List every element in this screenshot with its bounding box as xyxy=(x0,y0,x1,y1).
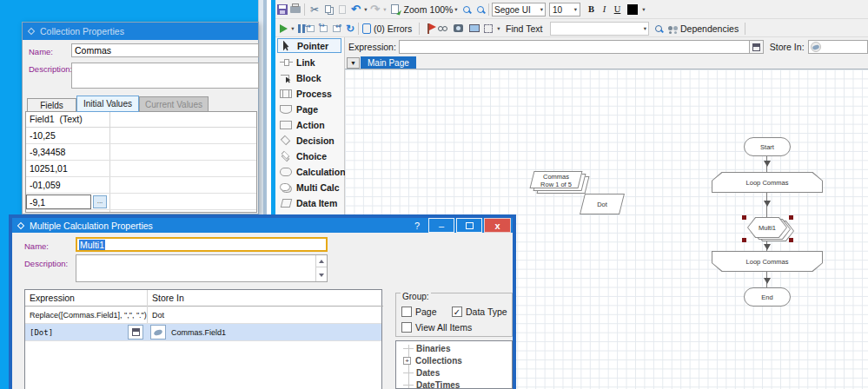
search-camera-icon[interactable] xyxy=(452,21,465,36)
tool-multi-calc[interactable]: Multi Calc xyxy=(277,180,341,194)
tree-item-datetimes[interactable]: DateTimes xyxy=(403,380,460,389)
font-color-swatch[interactable] xyxy=(626,2,639,16)
step-in-icon[interactable]: ↪ xyxy=(304,21,316,36)
column-header[interactable]: Field1 (Text) xyxy=(26,112,256,128)
screen-icon[interactable] xyxy=(467,21,480,36)
font-size-select[interactable]: 10▾ xyxy=(549,3,580,16)
description-input[interactable] xyxy=(76,254,328,282)
bold-button[interactable]: B xyxy=(586,2,597,16)
tool-calculation[interactable]: Calculation xyxy=(277,164,341,179)
row-calc-button[interactable] xyxy=(128,325,143,340)
people-icon[interactable] xyxy=(666,21,679,36)
store-in-column-header[interactable]: Store In xyxy=(148,290,383,307)
name-input[interactable]: Multi1 xyxy=(76,237,328,252)
flow-end-node[interactable]: End xyxy=(744,287,791,307)
underline-button[interactable]: U xyxy=(612,2,623,16)
checkbox-data-type[interactable]: ✓Data Type xyxy=(452,307,507,317)
tab-initial-values[interactable]: Initial Values xyxy=(76,96,139,112)
find-text-input[interactable]: ▾ xyxy=(550,22,649,36)
flow-loop-start-node[interactable]: Loop Commas xyxy=(712,172,823,193)
copy-icon[interactable] xyxy=(323,2,335,16)
tool-pointer[interactable]: Pointer xyxy=(277,38,341,53)
expression-column-header[interactable]: Expression xyxy=(25,290,147,307)
maximize-button[interactable] xyxy=(456,218,482,233)
cut-icon[interactable]: ✂ xyxy=(308,2,321,16)
selection-handle[interactable] xyxy=(789,215,793,220)
collection-dialog-titlebar[interactable]: Collection Properties xyxy=(23,23,258,40)
tree-item-collections[interactable]: +Collections xyxy=(403,356,462,366)
zoom-in-icon[interactable] xyxy=(460,2,473,16)
table-row[interactable]: -9,34458 xyxy=(26,144,256,161)
run-dropdown-icon[interactable]: ▾ xyxy=(289,21,296,36)
row-store-icon[interactable] xyxy=(150,325,166,340)
expression-input[interactable] xyxy=(399,40,750,54)
tool-choice[interactable]: Choice xyxy=(277,148,341,163)
table-row[interactable]: 10251,01 xyxy=(26,161,256,177)
name-input[interactable]: Commas xyxy=(71,43,259,57)
tab-current-values[interactable]: Current Values xyxy=(139,96,209,112)
selection-handle[interactable] xyxy=(789,238,793,242)
errors-label[interactable]: (0) Errors xyxy=(374,21,417,36)
zoom-value[interactable]: 100% xyxy=(429,2,454,16)
cell-browse-button[interactable]: ... xyxy=(93,195,107,208)
save-icon[interactable] xyxy=(276,2,288,16)
selection-icon[interactable] xyxy=(482,21,494,36)
tool-link[interactable]: Link xyxy=(277,55,341,69)
help-button[interactable]: ? xyxy=(410,218,424,233)
dependencies-label[interactable]: Dependencies xyxy=(680,21,741,36)
selection-handle[interactable] xyxy=(742,215,746,220)
paste-icon[interactable] xyxy=(336,2,348,16)
description-input[interactable] xyxy=(71,63,259,89)
tool-action[interactable]: Action xyxy=(277,117,341,132)
scroll-up-icon[interactable] xyxy=(316,255,327,267)
breakpoint-flag-icon[interactable] xyxy=(422,21,434,36)
flow-start-node[interactable]: Start xyxy=(744,137,791,156)
table-row-editing[interactable]: -9,1 ... xyxy=(26,194,256,210)
calc-row-selected[interactable]: [Dot] Commas.Field1 xyxy=(25,324,381,341)
zoom-out-icon[interactable] xyxy=(474,2,487,16)
expression-calc-button[interactable] xyxy=(750,40,764,54)
step-out-icon[interactable]: ↫ xyxy=(330,21,342,36)
find-next-icon[interactable] xyxy=(652,21,665,36)
selection-handle[interactable] xyxy=(742,238,746,242)
table-row[interactable]: -10,25 xyxy=(26,128,256,144)
print-icon[interactable] xyxy=(289,2,301,16)
zoom-dropdown-icon[interactable]: ▾ xyxy=(453,2,460,16)
undo-dropdown-icon[interactable]: ▾ xyxy=(362,2,369,16)
redo-icon[interactable]: ↷ xyxy=(369,2,381,16)
tab-fields[interactable]: Fields xyxy=(27,98,76,112)
page-list-dropdown[interactable]: ▼ xyxy=(347,57,360,69)
selection-dropdown-icon[interactable]: ▾ xyxy=(495,21,502,36)
italic-button[interactable]: I xyxy=(599,2,610,16)
flow-loop-end-node[interactable]: Loop Commas xyxy=(712,251,823,272)
close-button[interactable]: x xyxy=(484,218,511,233)
tree-item-binaries[interactable]: Binaries xyxy=(403,344,450,353)
tool-process[interactable]: Process xyxy=(277,86,341,101)
tool-data-item[interactable]: Data Item xyxy=(277,195,341,210)
scroll-down-icon[interactable] xyxy=(316,269,327,281)
tool-decision[interactable]: Decision xyxy=(277,133,341,148)
checkbox-view-all-items[interactable]: View All Items xyxy=(401,322,472,333)
redo-dropdown-icon[interactable]: ▾ xyxy=(381,2,388,16)
tree-item-dates[interactable]: Dates xyxy=(403,368,440,378)
tab-main-page[interactable]: Main Page xyxy=(361,56,416,69)
table-row[interactable]: -01,059 xyxy=(26,177,256,194)
cell-edit-input[interactable]: -9,1 xyxy=(26,194,91,209)
minimize-button[interactable]: – xyxy=(428,218,454,233)
font-name-select[interactable]: Segoe UI▾ xyxy=(492,3,546,16)
undo-icon[interactable]: ↶ xyxy=(350,2,361,16)
validate-icon[interactable] xyxy=(361,21,373,36)
font-color-dropdown-icon[interactable]: ▾ xyxy=(640,2,647,16)
tool-page[interactable]: Page xyxy=(277,102,341,116)
zoom-page-icon[interactable] xyxy=(388,2,401,16)
expand-icon[interactable]: + xyxy=(403,357,411,365)
store-in-input[interactable] xyxy=(808,40,868,54)
scrollbar[interactable] xyxy=(315,255,327,281)
run-icon[interactable] xyxy=(278,21,288,36)
restart-icon[interactable]: ↻ xyxy=(344,21,356,36)
checkbox-page[interactable]: Page xyxy=(401,307,437,317)
step-over-icon[interactable]: ↬ xyxy=(317,21,329,36)
tool-block[interactable]: Block xyxy=(277,70,341,85)
watch-icon[interactable] xyxy=(435,21,449,36)
calc-row[interactable]: Replace([Commas.Field1], ",", ".") Dot xyxy=(25,307,381,324)
